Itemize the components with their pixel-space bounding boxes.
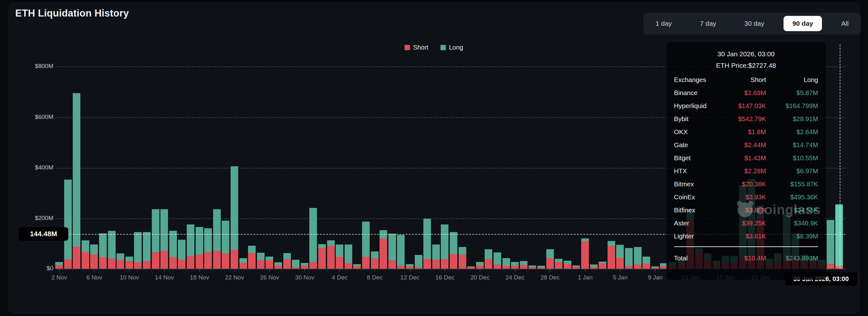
bar-16-nov[interactable]	[178, 240, 185, 269]
bar-11-nov[interactable]	[134, 232, 142, 269]
bar-1-dec[interactable]	[309, 208, 317, 269]
bar-22-nov[interactable]	[230, 166, 238, 269]
bar-8-jan[interactable]	[643, 257, 650, 269]
chart-tooltip: 30 Jan 2026, 03:00 ETH Price:$2727.48 Ex…	[666, 42, 826, 280]
bar-9-dec[interactable]	[379, 230, 387, 269]
bar-segment-short	[406, 266, 413, 269]
bar-segment-long	[450, 232, 457, 254]
bar-segment-long	[397, 235, 405, 266]
bar-25-nov[interactable]	[257, 253, 265, 269]
bar-4-nov[interactable]	[73, 93, 80, 269]
bar-6-nov[interactable]	[90, 245, 98, 269]
bar-10-dec[interactable]	[389, 234, 396, 269]
bar-2-dec[interactable]	[318, 244, 326, 269]
bar-5-nov[interactable]	[82, 240, 89, 269]
bar-4-dec[interactable]	[336, 245, 343, 269]
bar-21-nov[interactable]	[222, 221, 229, 269]
bar-13-nov[interactable]	[152, 209, 159, 269]
bar-7-dec[interactable]	[362, 222, 370, 269]
bar-segment-short	[90, 255, 98, 269]
bar-segment-short	[125, 261, 133, 269]
range-button-90-day[interactable]: 90 day	[783, 16, 822, 31]
bar-31-dec[interactable]	[572, 265, 580, 269]
x-axis-tick	[655, 269, 655, 271]
bar-19-dec[interactable]	[467, 266, 475, 269]
bar-segment-short	[362, 257, 370, 269]
bar-8-dec[interactable]	[371, 252, 379, 269]
tooltip-exchange-name: Gate	[674, 141, 726, 149]
tooltip-table: ExchangesShortLongBinance$1.69M$5.87MHyp…	[674, 73, 818, 265]
bar-8-nov[interactable]	[108, 231, 116, 269]
bar-1-jan[interactable]	[581, 238, 589, 269]
bar-28-nov[interactable]	[283, 253, 291, 269]
range-button-all[interactable]: All	[832, 16, 858, 31]
bar-6-dec[interactable]	[353, 264, 361, 269]
bar-5-jan[interactable]	[616, 245, 624, 269]
bar-14-nov[interactable]	[160, 209, 168, 269]
bar-4-jan[interactable]	[608, 241, 615, 269]
bar-17-dec[interactable]	[450, 232, 457, 269]
bar-3-nov[interactable]	[64, 180, 72, 269]
tooltip-short-value: $3.93K	[726, 193, 766, 201]
bar-21-dec[interactable]	[485, 249, 492, 269]
range-button-1-day[interactable]: 1 day	[647, 16, 681, 31]
bar-12-dec[interactable]	[406, 264, 413, 269]
bar-9-jan[interactable]	[651, 266, 659, 269]
bar-25-dec[interactable]	[520, 261, 528, 269]
bar-15-dec[interactable]	[432, 245, 440, 269]
bar-15-nov[interactable]	[169, 231, 177, 269]
bar-7-nov[interactable]	[99, 233, 107, 269]
bar-3-dec[interactable]	[327, 240, 335, 269]
bar-segment-long	[625, 248, 633, 266]
tooltip-exchange-name: Hyperliquid	[674, 102, 726, 110]
legend-swatch-icon	[405, 45, 410, 50]
bar-11-dec[interactable]	[397, 235, 405, 269]
bar-10-nov[interactable]	[125, 257, 133, 269]
bar-17-nov[interactable]	[187, 225, 194, 269]
bar-23-nov[interactable]	[240, 258, 247, 269]
bar-9-nov[interactable]	[117, 253, 124, 269]
bar-26-dec[interactable]	[528, 265, 536, 269]
bar-segment-long	[257, 253, 265, 260]
bar-18-dec[interactable]	[459, 247, 466, 269]
bar-2-jan[interactable]	[590, 264, 598, 269]
bar-2-nov[interactable]	[55, 262, 63, 269]
bar-segment-short	[555, 262, 562, 269]
legend-item-short[interactable]: Short	[405, 44, 429, 51]
bar-23-dec[interactable]	[502, 258, 510, 269]
bar-20-dec[interactable]	[476, 262, 484, 269]
bar-24-nov[interactable]	[248, 246, 256, 269]
bar-29-nov[interactable]	[292, 260, 300, 269]
bar-segment-short	[476, 265, 484, 269]
bar-20-nov[interactable]	[213, 209, 221, 269]
bar-segment-long	[204, 228, 212, 252]
bar-30-dec[interactable]	[564, 261, 571, 269]
bar-5-dec[interactable]	[345, 245, 352, 269]
bar-26-nov[interactable]	[266, 257, 273, 269]
bar-29-dec[interactable]	[555, 259, 562, 269]
bar-30-nov[interactable]	[301, 263, 308, 269]
bar-30-jan[interactable]	[835, 204, 843, 269]
range-button-30-day[interactable]: 30 day	[735, 16, 773, 31]
bar-29-jan[interactable]	[827, 220, 834, 269]
bar-22-dec[interactable]	[494, 252, 501, 269]
bar-24-dec[interactable]	[511, 262, 519, 269]
bar-segment-long	[125, 257, 133, 261]
bar-28-dec[interactable]	[546, 249, 554, 269]
bar-segment-long	[318, 244, 326, 248]
bar-16-dec[interactable]	[441, 225, 448, 269]
bar-segment-long	[345, 245, 352, 263]
range-button-7-day[interactable]: 7 day	[691, 16, 725, 31]
bar-13-dec[interactable]	[415, 255, 423, 269]
bar-18-nov[interactable]	[196, 227, 203, 269]
bar-14-dec[interactable]	[423, 219, 431, 269]
bar-6-jan[interactable]	[625, 248, 633, 269]
bar-3-jan[interactable]	[599, 262, 606, 269]
bar-7-jan[interactable]	[634, 247, 642, 269]
bar-27-dec[interactable]	[537, 266, 545, 269]
bar-12-nov[interactable]	[143, 232, 151, 269]
bar-27-nov[interactable]	[274, 262, 282, 269]
legend-item-long[interactable]: Long	[440, 44, 463, 51]
tooltip-column-header: Long	[766, 76, 818, 84]
x-axis-tick	[620, 269, 621, 271]
